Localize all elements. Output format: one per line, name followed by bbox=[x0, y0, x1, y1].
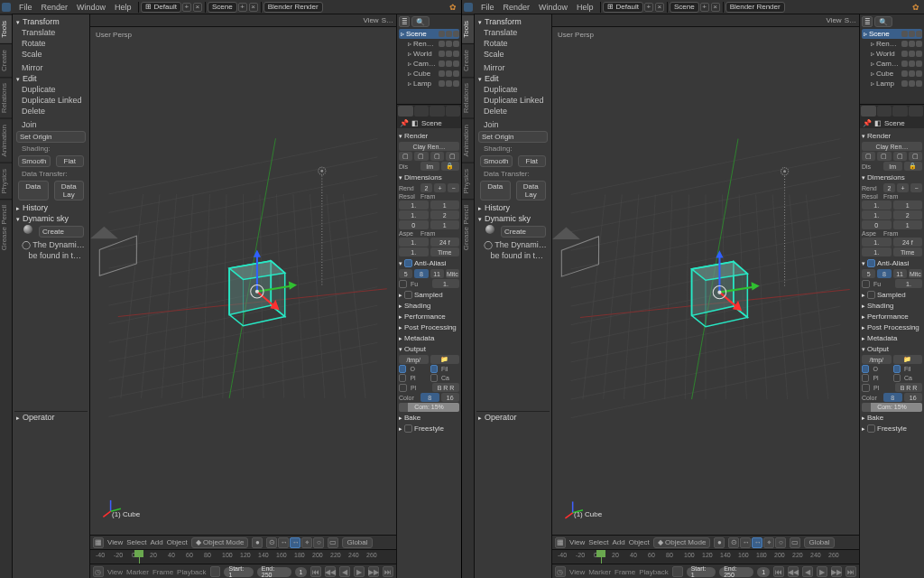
outliner-item-renderlayers[interactable]: ▹RenderLayers bbox=[862, 39, 922, 49]
tool-scale[interactable]: Scale bbox=[14, 49, 88, 60]
aa-checkbox[interactable] bbox=[404, 259, 412, 267]
dt-data-lay[interactable]: Data Lay bbox=[516, 181, 547, 200]
start-frame[interactable]: Start: 1 bbox=[224, 567, 253, 577]
manipulator-translate-icon[interactable]: ↔ bbox=[752, 537, 762, 548]
eye-icon[interactable] bbox=[439, 31, 445, 37]
pivot-icon[interactable]: ⊙ bbox=[266, 537, 277, 548]
shading-flat[interactable]: Flat bbox=[518, 155, 546, 167]
tool-mirror[interactable]: Mirror bbox=[14, 62, 88, 73]
panel-header-aa[interactable]: Anti-Aliasi bbox=[862, 257, 922, 268]
folder-icon[interactable]: 📁 bbox=[893, 355, 923, 364]
checkbox[interactable] bbox=[399, 374, 406, 382]
vtab-physics[interactable]: Physics bbox=[462, 163, 474, 200]
set-origin-button[interactable]: Set Origin bbox=[16, 131, 86, 143]
anim-icon[interactable]: ▢ bbox=[877, 152, 891, 161]
render-preset2[interactable]: 2 bbox=[883, 183, 895, 192]
outliner-item-world[interactable]: ▹World bbox=[399, 49, 459, 59]
compression-slider[interactable]: Com: 15% bbox=[399, 403, 459, 412]
tl-menu-playback[interactable]: Playback bbox=[639, 568, 668, 576]
checkbox[interactable] bbox=[399, 384, 407, 392]
render-icon[interactable] bbox=[916, 31, 922, 37]
eye-icon[interactable] bbox=[901, 51, 908, 57]
eye-icon[interactable] bbox=[439, 80, 445, 87]
checkbox[interactable] bbox=[893, 374, 901, 382]
checkbox[interactable] bbox=[430, 374, 438, 382]
panel-header-freestyle[interactable]: Freestyle bbox=[399, 423, 459, 434]
ptab-1[interactable] bbox=[414, 106, 430, 117]
timeline-editor-icon[interactable]: ◷ bbox=[555, 566, 566, 577]
tool-duplicate[interactable]: Duplicate bbox=[476, 84, 550, 95]
camera-icon[interactable]: ▢ bbox=[399, 152, 412, 161]
sync-icon[interactable] bbox=[672, 566, 683, 577]
remove-scene-button[interactable]: × bbox=[249, 3, 258, 12]
manipulator-icon[interactable]: ↔ bbox=[740, 537, 751, 548]
panel-header-metadata[interactable]: Metadata bbox=[862, 332, 922, 343]
playback-2[interactable]: ◀ bbox=[802, 566, 813, 577]
pin-icon[interactable]: 📌 bbox=[400, 119, 409, 127]
output-path[interactable]: /tmp/ bbox=[399, 355, 429, 364]
menu-file[interactable]: File bbox=[14, 3, 37, 12]
vp-menu-view[interactable]: View bbox=[569, 538, 585, 546]
current-frame[interactable]: 1 bbox=[295, 567, 308, 577]
snap-icon[interactable]: ⌖ bbox=[763, 537, 774, 548]
field[interactable]: 1. bbox=[862, 200, 892, 210]
tl-menu-frame[interactable]: Frame bbox=[152, 568, 173, 576]
field[interactable]: B R R bbox=[432, 383, 459, 392]
3d-viewport[interactable]: User Persp (1) Cube bbox=[552, 27, 859, 535]
panel-header-output[interactable]: Output bbox=[862, 343, 922, 354]
select-icon[interactable] bbox=[909, 41, 915, 47]
tool-duplicate-linked[interactable]: Duplicate Linked bbox=[476, 95, 550, 106]
panel-header-aa[interactable]: Anti-Aliasi bbox=[399, 257, 459, 268]
shading-flat[interactable]: Flat bbox=[56, 155, 84, 167]
vtab-grease-pencil[interactable]: Grease Pencil bbox=[0, 199, 12, 256]
end-frame[interactable]: End: 250 bbox=[257, 567, 291, 577]
tool-mirror[interactable]: Mirror bbox=[476, 62, 550, 73]
camera-icon[interactable]: ▢ bbox=[862, 152, 875, 161]
aa-11[interactable]: 11 bbox=[430, 269, 444, 278]
3d-viewport[interactable]: User Persp (1) Cube bbox=[90, 27, 396, 535]
panel-header-dynamic-sky[interactable]: Dynamic sky bbox=[14, 213, 88, 224]
tl-menu-playback[interactable]: Playback bbox=[177, 568, 206, 576]
select-icon[interactable] bbox=[909, 70, 915, 77]
panel-header-dimensions[interactable]: Dimensions bbox=[399, 172, 459, 182]
field[interactable]: 1. bbox=[399, 200, 429, 210]
panel-header-post-processing[interactable]: Post Processing bbox=[862, 322, 922, 332]
vtab-relations[interactable]: Relations bbox=[0, 77, 12, 118]
vp-menu-view[interactable]: View bbox=[107, 538, 123, 546]
engine-selector[interactable]: Blender Render bbox=[725, 2, 785, 13]
checkbox[interactable] bbox=[399, 365, 406, 373]
render-icon[interactable] bbox=[453, 80, 459, 87]
transform-orientation[interactable]: Global bbox=[804, 537, 834, 548]
playback-5[interactable]: ⏭ bbox=[845, 566, 856, 577]
proportional-icon[interactable]: ○ bbox=[313, 537, 324, 548]
render-preset[interactable]: Clay Ren… bbox=[399, 142, 459, 151]
render-icon[interactable] bbox=[916, 80, 922, 87]
eye-icon[interactable] bbox=[901, 70, 908, 77]
panel-header-shading[interactable]: Shading bbox=[399, 300, 459, 311]
menu-help[interactable]: Help bbox=[110, 3, 136, 12]
field[interactable]: 0 bbox=[862, 220, 892, 229]
layer-button[interactable]: ▭ bbox=[790, 537, 800, 548]
layer-button[interactable]: ▭ bbox=[328, 537, 338, 548]
panel-header-edit[interactable]: Edit bbox=[14, 73, 88, 84]
shading-smooth[interactable]: Smooth bbox=[18, 155, 51, 167]
render-icon[interactable] bbox=[453, 70, 459, 77]
field[interactable]: 1. bbox=[399, 238, 429, 247]
vp-menu-select[interactable]: Select bbox=[588, 538, 608, 546]
timeline-ruler[interactable]: -40-200204060801001201401601802002202402… bbox=[90, 550, 396, 564]
create-dynamic-sky-button[interactable]: Create bbox=[39, 226, 84, 238]
aa-filter[interactable]: Mitc bbox=[446, 269, 459, 278]
tool-join[interactable]: Join bbox=[14, 119, 88, 130]
field[interactable]: 1. bbox=[862, 247, 892, 256]
snap-icon[interactable]: ⌖ bbox=[301, 537, 312, 548]
dt-data-lay[interactable]: Data Lay bbox=[54, 181, 85, 200]
panel-header-bake[interactable]: Bake bbox=[399, 412, 459, 423]
select-icon[interactable] bbox=[446, 31, 452, 37]
field[interactable]: 24 f bbox=[893, 238, 923, 247]
outliner-editor-icon[interactable]: ≣ bbox=[862, 16, 873, 27]
outliner-item-camera[interactable]: ▹Camera bbox=[862, 59, 922, 69]
opengl-icon[interactable]: ▢ bbox=[909, 152, 922, 161]
lock-icon[interactable]: 🔒 bbox=[904, 162, 923, 171]
ptab-0[interactable] bbox=[861, 106, 876, 117]
panel-header-bake[interactable]: Bake bbox=[862, 412, 922, 423]
